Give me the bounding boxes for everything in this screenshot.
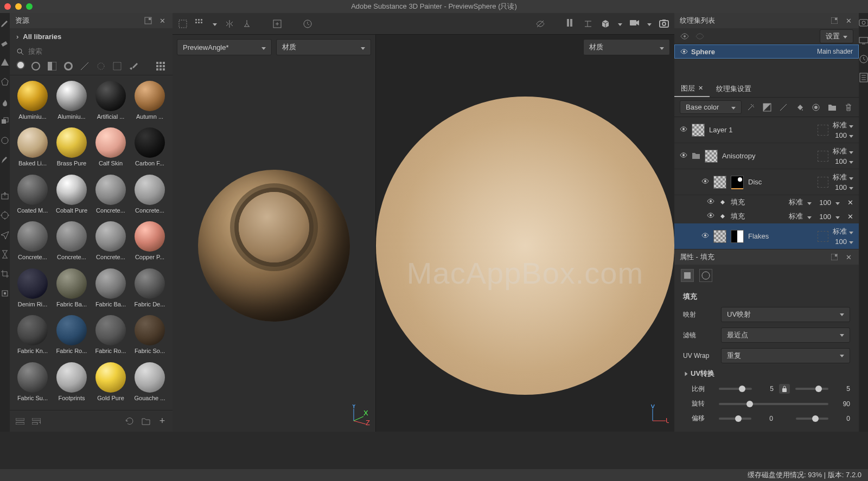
offset-y-value[interactable]: 0 (834, 415, 850, 422)
offset-x-value[interactable]: 0 (757, 415, 773, 422)
polyfill-tool-icon[interactable] (0, 77, 10, 87)
asset-item[interactable]: Concrete... (54, 221, 89, 264)
mask-slot[interactable] (818, 151, 828, 162)
display-rail-icon[interactable] (859, 36, 868, 46)
folder-icon[interactable] (827, 102, 837, 112)
fill-mode-icon[interactable] (681, 269, 694, 282)
hide-icon[interactable] (535, 19, 545, 29)
filter-material-icon[interactable] (16, 61, 25, 69)
plugin-icon[interactable] (0, 288, 10, 298)
log-rail-icon[interactable] (859, 73, 868, 82)
clone-tool-icon[interactable] (0, 116, 10, 126)
wrap-select[interactable]: 重复 (721, 348, 850, 363)
asset-item[interactable]: Aluminiu... (15, 81, 50, 123)
fill-layer-icon[interactable] (778, 102, 788, 112)
asset-item[interactable]: Concrete... (93, 221, 128, 264)
asset-item[interactable]: Gouache ... (132, 362, 167, 405)
grid-chevron-icon[interactable] (213, 20, 217, 28)
eye-icon[interactable] (701, 178, 709, 186)
viewport-3d[interactable]: PreviewAngle* 材质 YZX (173, 35, 376, 432)
asset-item[interactable]: Baked Li... (15, 127, 50, 170)
asset-item[interactable]: Fabric Su... (15, 362, 50, 405)
mapping-select[interactable]: UV映射 (721, 307, 850, 322)
close-icon[interactable]: ✕ (844, 252, 853, 262)
asset-item[interactable]: Fabric Ro... (54, 315, 89, 357)
eye-icon[interactable] (680, 49, 688, 54)
snap-icon[interactable] (242, 19, 252, 29)
settings-dropdown[interactable]: 设置 (820, 29, 853, 43)
layer-item[interactable]: Disc 标准100 (674, 169, 859, 195)
asset-item[interactable]: Cobalt Pure (54, 175, 89, 217)
filter-smart-material-icon[interactable] (30, 61, 41, 72)
asset-item[interactable]: Calf Skin (93, 127, 128, 170)
lock-icon[interactable] (779, 384, 790, 394)
filter-alpha-icon[interactable] (63, 61, 74, 72)
offset-y-slider[interactable] (796, 418, 828, 420)
asset-item[interactable]: Coated M... (15, 175, 50, 217)
filter-brush-icon[interactable] (128, 61, 139, 72)
eye-icon[interactable] (707, 213, 714, 220)
pause-icon[interactable] (566, 19, 576, 29)
filter-procedural-icon[interactable] (112, 61, 123, 72)
material-select-3d[interactable]: 材质 (276, 39, 371, 55)
history-icon[interactable] (303, 19, 312, 29)
close-icon[interactable]: ✕ (157, 16, 167, 25)
3d-canvas[interactable]: YZX (173, 60, 375, 432)
select-icon[interactable] (178, 19, 188, 29)
asset-item[interactable]: Autumn ... (132, 81, 167, 123)
camera-select[interactable]: PreviewAngle* (177, 39, 272, 55)
filter-texture-icon[interactable] (79, 61, 90, 72)
layer-folder[interactable]: Anisotropy 标准100 (674, 143, 859, 169)
texture-set-item[interactable]: Sphere Main shader (674, 44, 859, 59)
layer-item-selected[interactable]: Flakes 标准100 (674, 223, 859, 249)
asset-item[interactable]: Concrete... (132, 175, 167, 217)
cube-icon[interactable] (601, 19, 610, 29)
layer-mask[interactable] (731, 230, 744, 243)
channel-select[interactable]: Base color (680, 100, 742, 114)
fill-blend[interactable]: 标准 (789, 197, 803, 207)
grid-icon[interactable] (195, 19, 205, 29)
effect-icon[interactable] (746, 102, 756, 112)
shelf-add-icon[interactable]: + (31, 416, 41, 426)
fill-opacity[interactable]: 100 (819, 198, 831, 207)
tab-layers[interactable]: 图层✕ (674, 80, 710, 97)
close-icon[interactable]: ✕ (847, 198, 853, 207)
delete-icon[interactable] (844, 102, 853, 112)
close-icon[interactable]: ✕ (844, 16, 853, 25)
mode-icon[interactable] (583, 19, 593, 29)
history-rail-icon[interactable] (859, 54, 868, 64)
asset-item[interactable]: Concrete... (15, 221, 50, 264)
popout-icon[interactable] (829, 16, 839, 25)
mask-slot[interactable] (818, 125, 828, 136)
render-icon[interactable] (0, 210, 10, 220)
viewport-2d[interactable]: 材质 VU MacAppBox.com (376, 35, 674, 432)
camera-chevron-icon[interactable] (647, 20, 652, 28)
offset-x-slider[interactable] (719, 418, 751, 420)
maximize-window[interactable] (26, 3, 33, 10)
shelf-icon[interactable] (15, 416, 25, 426)
mask-icon[interactable] (762, 102, 772, 112)
rotation-value[interactable]: 90 (834, 400, 850, 408)
fill-opacity[interactable]: 100 (819, 213, 831, 221)
axis-gizmo-3d[interactable]: YZX (348, 405, 370, 426)
projection-tool-icon[interactable] (0, 57, 10, 67)
2d-canvas[interactable]: VU (376, 60, 674, 432)
picker-tool-icon[interactable] (0, 155, 10, 165)
asset-item[interactable]: Carbon F... (132, 127, 167, 170)
asset-item[interactable]: Fabric Kn... (15, 315, 50, 357)
brush-tool-icon[interactable] (0, 18, 10, 28)
asset-item[interactable]: Gold Pure (93, 362, 128, 405)
uv-transform-section[interactable]: UV转换 (683, 369, 850, 379)
eye-icon[interactable] (680, 126, 687, 134)
eye-icon[interactable] (701, 233, 709, 240)
rotation-slider[interactable] (719, 403, 828, 405)
asset-item[interactable]: Fabric Ba... (93, 268, 128, 311)
scale-y-slider[interactable] (795, 388, 828, 390)
libraries-selector[interactable]: › All libraries (10, 28, 173, 45)
fill-blend[interactable]: 标准 (789, 211, 803, 221)
layer-mask[interactable] (731, 176, 744, 189)
mask-slot[interactable] (818, 231, 828, 242)
camera-rail-icon[interactable] (859, 17, 868, 27)
asset-item[interactable]: Artificial ... (93, 81, 128, 123)
fill-effect[interactable]: 填充 标准 100 ✕ (674, 195, 859, 209)
